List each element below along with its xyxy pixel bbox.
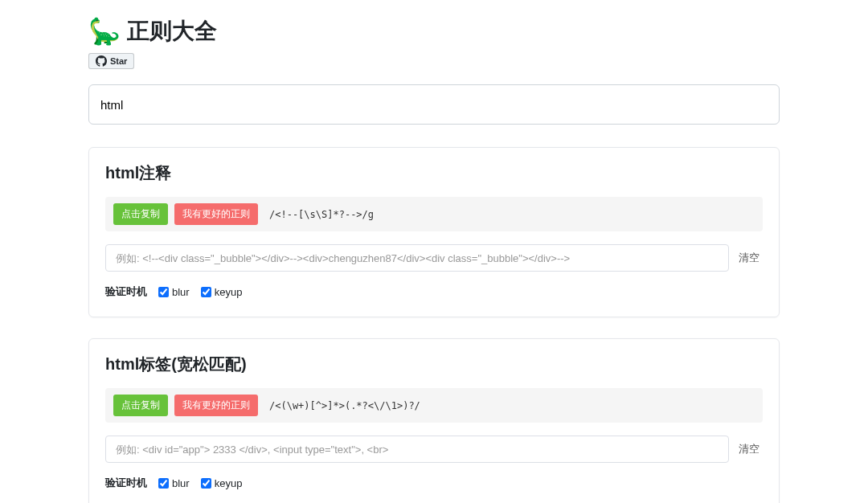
clear-button[interactable]: 清空: [735, 244, 763, 272]
regex-card: html标签(宽松匹配)点击复制我有更好的正则/<(\w+)[^>]*>(.*?…: [88, 338, 780, 503]
timing-keyup[interactable]: keyup: [201, 477, 243, 489]
regex-row: 点击复制我有更好的正则/<(\w+)[^>]*>(.*?<\/\1>)?/: [105, 388, 763, 423]
regex-title: html注释: [105, 162, 763, 184]
example-row: 清空: [105, 436, 763, 463]
regex-pattern: /<!--[\s\S]*?-->/g: [269, 209, 374, 220]
timing-row: 验证时机blurkeyup: [105, 476, 763, 490]
logo-emoji: 🦕: [88, 16, 121, 47]
example-input[interactable]: [105, 436, 729, 463]
regex-row: 点击复制我有更好的正则/<!--[\s\S]*?-->/g: [105, 197, 763, 231]
github-row: Star: [88, 53, 780, 70]
example-row: 清空: [105, 244, 763, 272]
timing-row: 验证时机blurkeyup: [105, 284, 763, 299]
timing-keyup-label: keyup: [215, 286, 243, 298]
timing-keyup[interactable]: keyup: [201, 286, 243, 298]
better-regex-button[interactable]: 我有更好的正则: [174, 395, 258, 416]
page-header: 🦕 正则大全: [88, 16, 780, 47]
github-star-label: Star: [110, 57, 127, 66]
clear-button[interactable]: 清空: [735, 436, 763, 463]
page-title: 正则大全: [127, 16, 217, 47]
timing-keyup-checkbox[interactable]: [201, 478, 211, 489]
regex-pattern: /<(\w+)[^>]*>(.*?<\/\1>)?/: [269, 400, 420, 411]
github-star-button[interactable]: Star: [88, 53, 134, 69]
timing-label: 验证时机: [105, 476, 147, 490]
timing-keyup-checkbox[interactable]: [201, 287, 211, 297]
regex-title: html标签(宽松匹配): [105, 354, 763, 375]
timing-blur-checkbox[interactable]: [158, 478, 169, 489]
regex-card: html注释点击复制我有更好的正则/<!--[\s\S]*?-->/g清空验证时…: [88, 147, 780, 317]
timing-blur-label: blur: [172, 286, 190, 298]
github-icon: [96, 55, 107, 67]
timing-blur-checkbox[interactable]: [158, 287, 169, 297]
better-regex-button[interactable]: 我有更好的正则: [174, 203, 258, 225]
example-input[interactable]: [105, 244, 729, 272]
copy-button[interactable]: 点击复制: [113, 395, 168, 416]
timing-blur[interactable]: blur: [158, 286, 190, 298]
copy-button[interactable]: 点击复制: [113, 203, 168, 225]
search-input[interactable]: [88, 84, 780, 125]
timing-blur-label: blur: [172, 477, 190, 489]
timing-keyup-label: keyup: [215, 477, 243, 489]
timing-blur[interactable]: blur: [158, 477, 190, 489]
timing-label: 验证时机: [105, 284, 147, 299]
